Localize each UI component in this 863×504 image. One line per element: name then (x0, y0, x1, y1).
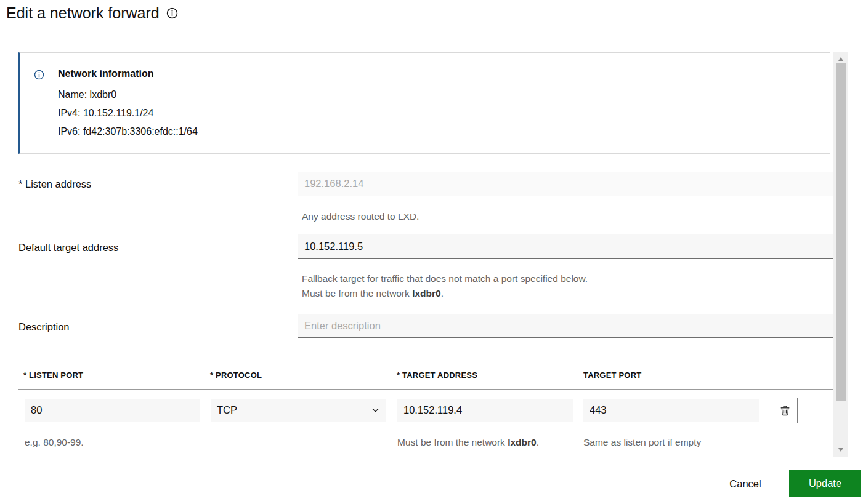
trash-icon (779, 404, 792, 417)
network-ipv4-line: IPv4: 10.152.119.1/24 (58, 104, 198, 122)
listen-address-help: Any address routed to LXD. (302, 209, 419, 224)
network-name: lxdbr0 (508, 437, 537, 447)
page-title-text: Edit a network forward (6, 4, 160, 22)
protocol-selected-value: TCP (217, 404, 237, 416)
network-name: lxdbr0 (412, 288, 441, 298)
listen-address-label: * Listen address (18, 178, 91, 190)
default-target-help-line1: Fallback target for traffic that does no… (302, 271, 588, 286)
banner-title: Network information (58, 68, 154, 79)
scrollbar-down-arrow-icon[interactable] (838, 448, 843, 452)
info-icon (34, 70, 44, 80)
default-target-help-line2: Must be from the network lxdbr0. (302, 286, 588, 301)
default-target-label: Default target address (18, 242, 118, 254)
update-button[interactable]: Update (789, 470, 861, 497)
delete-port-button[interactable] (772, 398, 798, 423)
default-target-input[interactable] (298, 234, 833, 259)
target-port-header: TARGET PORT (583, 370, 641, 380)
listen-port-input[interactable] (25, 399, 200, 422)
default-target-help: Fallback target for traffic that does no… (302, 271, 588, 301)
target-port-input[interactable] (583, 399, 759, 422)
network-name-line: Name: lxdbr0 (58, 86, 198, 104)
protocol-select[interactable]: TCP (211, 399, 386, 422)
scrollbar-up-arrow-icon[interactable] (838, 57, 843, 61)
target-address-header: * TARGET ADDRESS (397, 370, 477, 380)
protocol-header: * PROTOCOL (210, 370, 262, 380)
target-address-help: Must be from the network lxdbr0. (397, 435, 539, 450)
title-info-icon[interactable] (166, 7, 178, 19)
chevron-down-icon (371, 406, 380, 415)
target-port-help: Same as listen port if empty (583, 435, 701, 450)
listen-address-input (298, 172, 833, 196)
description-label: Description (18, 321, 70, 333)
network-ipv6-line: IPv6: fd42:307b:3306:efdc::1/64 (58, 122, 198, 141)
edit-network-forward-page: Edit a network forward Network informati… (0, 0, 863, 504)
listen-port-help: e.g. 80,90-99. (25, 435, 84, 450)
network-information-banner: Network information Name: lxdbr0 IPv4: 1… (18, 52, 830, 154)
banner-body: Name: lxdbr0 IPv4: 10.152.119.1/24 IPv6:… (58, 86, 198, 141)
scrollbar-thumb[interactable] (836, 63, 846, 401)
page-title: Edit a network forward (6, 4, 178, 22)
cancel-button[interactable]: Cancel (719, 471, 771, 496)
listen-port-header: * LISTEN PORT (23, 370, 83, 380)
target-address-input[interactable] (397, 399, 573, 422)
table-header-divider (18, 389, 833, 390)
description-input[interactable] (298, 314, 833, 338)
